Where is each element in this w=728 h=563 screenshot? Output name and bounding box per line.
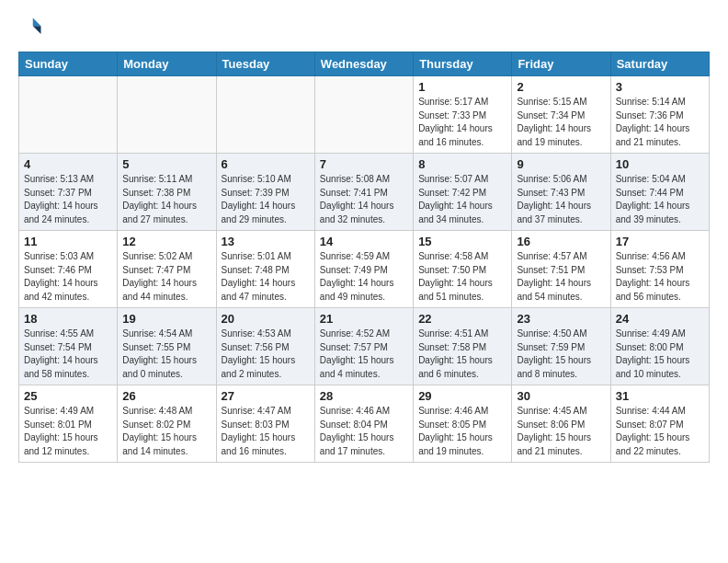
day-info: Sunrise: 4:49 AM Sunset: 8:01 PM Dayligh… [24,405,112,458]
page: SundayMondayTuesdayWednesdayThursdayFrid… [0,0,728,477]
day-number: 15 [418,235,506,248]
day-number: 30 [517,389,605,403]
day-number: 28 [320,389,408,403]
calendar-cell: 27Sunrise: 4:47 AM Sunset: 8:03 PM Dayli… [216,385,314,463]
day-info: Sunrise: 4:56 AM Sunset: 7:53 PM Dayligh… [616,250,704,304]
day-info: Sunrise: 5:01 AM Sunset: 7:48 PM Dayligh… [222,250,310,304]
calendar-cell: 30Sunrise: 4:45 AM Sunset: 8:06 PM Dayli… [512,385,610,463]
calendar-cell: 25Sunrise: 4:49 AM Sunset: 8:01 PM Dayli… [19,385,118,463]
day-number: 2 [517,80,605,94]
weekday-header-thursday: Thursday [414,52,512,76]
day-number: 5 [122,157,210,171]
day-number: 22 [418,312,506,326]
day-info: Sunrise: 4:51 AM Sunset: 7:58 PM Dayligh… [418,327,506,381]
calendar-cell: 29Sunrise: 4:46 AM Sunset: 8:05 PM Dayli… [414,385,512,463]
calendar-cell: 17Sunrise: 4:56 AM Sunset: 7:53 PM Dayli… [610,231,709,308]
week-row-3: 11Sunrise: 5:03 AM Sunset: 7:46 PM Dayli… [19,231,710,308]
calendar-cell: 26Sunrise: 4:48 AM Sunset: 8:02 PM Dayli… [118,385,216,463]
day-info: Sunrise: 4:54 AM Sunset: 7:55 PM Dayligh… [122,327,210,381]
day-info: Sunrise: 4:59 AM Sunset: 7:49 PM Dayligh… [320,250,408,304]
day-number: 26 [122,389,210,403]
week-row-2: 4Sunrise: 5:13 AM Sunset: 7:37 PM Daylig… [19,154,710,231]
weekday-header-row: SundayMondayTuesdayWednesdayThursdayFrid… [19,52,710,76]
logo-icon [18,15,44,40]
calendar-cell: 12Sunrise: 5:02 AM Sunset: 7:47 PM Dayli… [118,231,216,308]
day-info: Sunrise: 4:45 AM Sunset: 8:06 PM Dayligh… [517,405,605,458]
day-number: 1 [418,80,506,94]
day-info: Sunrise: 4:55 AM Sunset: 7:54 PM Dayligh… [24,327,112,381]
calendar-table: SundayMondayTuesdayWednesdayThursdayFrid… [18,52,710,463]
calendar-cell: 16Sunrise: 4:57 AM Sunset: 7:51 PM Dayli… [512,231,610,308]
day-info: Sunrise: 4:47 AM Sunset: 8:03 PM Dayligh… [222,405,310,458]
day-number: 3 [616,80,704,94]
day-number: 18 [24,312,112,326]
day-info: Sunrise: 4:53 AM Sunset: 7:56 PM Dayligh… [222,327,310,381]
day-info: Sunrise: 5:11 AM Sunset: 7:38 PM Dayligh… [122,173,210,226]
calendar-cell: 19Sunrise: 4:54 AM Sunset: 7:55 PM Dayli… [118,308,216,385]
day-number: 27 [222,389,310,403]
day-info: Sunrise: 5:14 AM Sunset: 7:36 PM Dayligh… [616,96,704,149]
calendar-cell: 23Sunrise: 4:50 AM Sunset: 7:59 PM Dayli… [512,308,610,385]
calendar-cell [314,76,413,154]
day-number: 4 [24,157,112,171]
day-info: Sunrise: 4:50 AM Sunset: 7:59 PM Dayligh… [517,327,605,381]
svg-marker-1 [33,26,41,34]
day-number: 21 [320,312,408,326]
day-info: Sunrise: 5:13 AM Sunset: 7:37 PM Dayligh… [24,173,112,226]
day-info: Sunrise: 5:03 AM Sunset: 7:46 PM Dayligh… [24,250,112,304]
calendar-cell: 10Sunrise: 5:04 AM Sunset: 7:44 PM Dayli… [610,154,709,231]
day-info: Sunrise: 5:17 AM Sunset: 7:33 PM Dayligh… [418,96,506,149]
day-info: Sunrise: 5:07 AM Sunset: 7:42 PM Dayligh… [418,173,506,226]
weekday-header-monday: Monday [118,52,216,76]
calendar-cell: 11Sunrise: 5:03 AM Sunset: 7:46 PM Dayli… [19,231,118,308]
day-info: Sunrise: 5:04 AM Sunset: 7:44 PM Dayligh… [616,173,704,226]
calendar-cell: 6Sunrise: 5:10 AM Sunset: 7:39 PM Daylig… [216,154,314,231]
calendar-cell: 2Sunrise: 5:15 AM Sunset: 7:34 PM Daylig… [512,76,610,154]
day-number: 13 [222,235,310,248]
day-info: Sunrise: 5:06 AM Sunset: 7:43 PM Dayligh… [517,173,605,226]
week-row-1: 1Sunrise: 5:17 AM Sunset: 7:33 PM Daylig… [19,76,710,154]
week-row-4: 18Sunrise: 4:55 AM Sunset: 7:54 PM Dayli… [19,308,710,385]
day-info: Sunrise: 4:46 AM Sunset: 8:05 PM Dayligh… [418,405,506,458]
logo [18,15,48,40]
day-number: 23 [517,312,605,326]
day-number: 12 [122,235,210,248]
weekday-header-tuesday: Tuesday [216,52,314,76]
day-number: 11 [24,235,112,248]
calendar-cell: 3Sunrise: 5:14 AM Sunset: 7:36 PM Daylig… [610,76,709,154]
calendar-cell: 13Sunrise: 5:01 AM Sunset: 7:48 PM Dayli… [216,231,314,308]
calendar-cell: 22Sunrise: 4:51 AM Sunset: 7:58 PM Dayli… [414,308,512,385]
calendar-cell: 24Sunrise: 4:49 AM Sunset: 8:00 PM Dayli… [610,308,709,385]
calendar-cell: 21Sunrise: 4:52 AM Sunset: 7:57 PM Dayli… [314,308,413,385]
day-info: Sunrise: 4:48 AM Sunset: 8:02 PM Dayligh… [122,405,210,458]
weekday-header-wednesday: Wednesday [314,52,413,76]
day-info: Sunrise: 5:08 AM Sunset: 7:41 PM Dayligh… [320,173,408,226]
day-number: 25 [24,389,112,403]
day-number: 8 [418,157,506,171]
weekday-header-friday: Friday [512,52,610,76]
calendar-cell: 28Sunrise: 4:46 AM Sunset: 8:04 PM Dayli… [314,385,413,463]
calendar-cell: 31Sunrise: 4:44 AM Sunset: 8:07 PM Dayli… [610,385,709,463]
day-info: Sunrise: 4:46 AM Sunset: 8:04 PM Dayligh… [320,405,408,458]
day-number: 6 [222,157,310,171]
day-number: 14 [320,235,408,248]
day-info: Sunrise: 4:49 AM Sunset: 8:00 PM Dayligh… [616,327,704,381]
calendar-cell: 1Sunrise: 5:17 AM Sunset: 7:33 PM Daylig… [414,76,512,154]
calendar-cell: 5Sunrise: 5:11 AM Sunset: 7:38 PM Daylig… [118,154,216,231]
calendar-cell: 4Sunrise: 5:13 AM Sunset: 7:37 PM Daylig… [19,154,118,231]
day-number: 20 [222,312,310,326]
calendar-cell: 14Sunrise: 4:59 AM Sunset: 7:49 PM Dayli… [314,231,413,308]
day-info: Sunrise: 4:52 AM Sunset: 7:57 PM Dayligh… [320,327,408,381]
day-number: 19 [122,312,210,326]
calendar-cell: 8Sunrise: 5:07 AM Sunset: 7:42 PM Daylig… [414,154,512,231]
calendar-cell: 15Sunrise: 4:58 AM Sunset: 7:50 PM Dayli… [414,231,512,308]
svg-marker-0 [33,18,41,27]
calendar-cell: 9Sunrise: 5:06 AM Sunset: 7:43 PM Daylig… [512,154,610,231]
week-row-5: 25Sunrise: 4:49 AM Sunset: 8:01 PM Dayli… [19,385,710,463]
day-number: 17 [616,235,704,248]
calendar-cell [216,76,314,154]
day-number: 10 [616,157,704,171]
day-info: Sunrise: 4:57 AM Sunset: 7:51 PM Dayligh… [517,250,605,304]
header [18,15,710,40]
day-info: Sunrise: 5:02 AM Sunset: 7:47 PM Dayligh… [122,250,210,304]
